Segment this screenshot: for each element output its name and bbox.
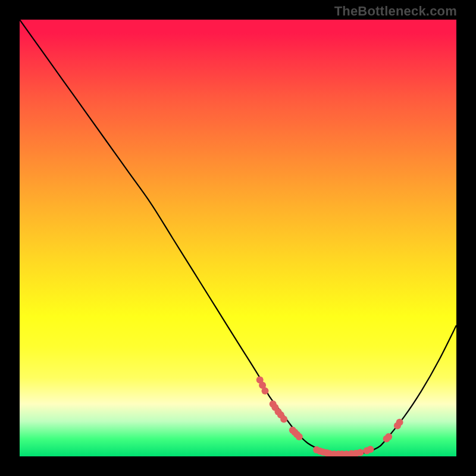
chart-gradient-area bbox=[20, 20, 456, 456]
chart-frame: TheBottleneck.com bbox=[0, 0, 476, 476]
watermark-text: TheBottleneck.com bbox=[334, 4, 457, 19]
